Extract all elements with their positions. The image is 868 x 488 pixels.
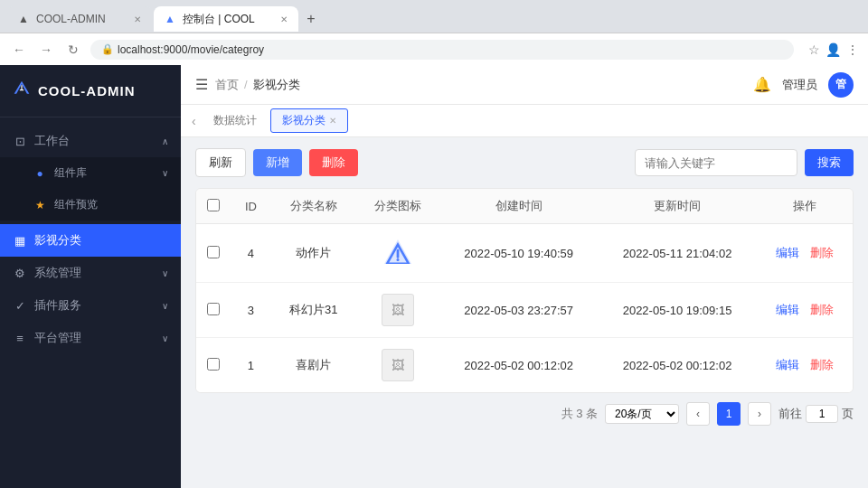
sidebar-item-plugins[interactable]: ✓ 插件服务 ∨ bbox=[0, 289, 181, 322]
forward-button[interactable]: → bbox=[36, 42, 56, 57]
svg-point-1 bbox=[396, 258, 399, 261]
notification-icon[interactable]: 🔔 bbox=[753, 76, 771, 93]
app: COOL-ADMIN ⊡ 工作台 ∧ ● 组件库 ∨ ★ bbox=[0, 65, 868, 488]
row-checkbox-2[interactable] bbox=[207, 358, 220, 371]
url-box[interactable]: 🔒 localhost:9000/movie/categroy bbox=[90, 40, 794, 60]
edit-button-1[interactable]: 编辑 bbox=[776, 303, 799, 316]
tab-cool-admin[interactable]: ▲ COOL-ADMIN ✕ bbox=[7, 6, 152, 32]
sidebar-item-preview[interactable]: ★ 组件预览 bbox=[0, 189, 181, 221]
sidebar-logo: COOL-ADMIN bbox=[0, 65, 181, 117]
sidebar-item-component-lib[interactable]: ● 组件库 ∨ bbox=[0, 157, 181, 189]
logo-text: COOL-ADMIN bbox=[38, 83, 136, 99]
tab-close-2[interactable]: ✕ bbox=[280, 14, 288, 24]
preview-icon: ★ bbox=[33, 199, 47, 211]
row-created-0: 2022-05-10 19:40:59 bbox=[439, 224, 598, 283]
row-icon-2: 🖼 bbox=[356, 338, 439, 393]
page-tab-back[interactable]: ‹ bbox=[192, 114, 196, 128]
sidebar-item-category[interactable]: ▦ 影视分类 bbox=[0, 224, 181, 257]
row-actions-1: 编辑 删除 bbox=[757, 283, 853, 338]
tab-bar: ▲ COOL-ADMIN ✕ ▲ 控制台 | COOL ✕ + bbox=[0, 0, 868, 33]
page-jump-prefix: 前往 bbox=[778, 406, 802, 422]
url-text: localhost:9000/movie/categroy bbox=[118, 43, 264, 56]
row-icon-1: 🖼 bbox=[356, 283, 439, 338]
hamburger-icon[interactable]: ☰ bbox=[195, 76, 208, 93]
add-button[interactable]: 新增 bbox=[253, 149, 302, 176]
system-arrow: ∨ bbox=[162, 268, 168, 278]
sidebar-item-workspace[interactable]: ⊡ 工作台 ∧ bbox=[0, 125, 181, 157]
row-actions-0: 编辑 删除 bbox=[757, 224, 853, 283]
row-actions-2: 编辑 删除 bbox=[757, 338, 853, 393]
extension-icon[interactable]: ⋮ bbox=[846, 42, 859, 57]
row-updated-0: 2022-05-11 21:04:02 bbox=[598, 224, 756, 283]
sidebar-item-platform[interactable]: ≡ 平台管理 ∨ bbox=[0, 322, 181, 354]
avatar[interactable]: 管 bbox=[828, 72, 854, 98]
page-jump-input[interactable] bbox=[806, 405, 838, 423]
breadcrumb: 首页 / 影视分类 bbox=[215, 77, 746, 93]
toolbar: 刷新 新增 删除 搜索 bbox=[195, 148, 854, 177]
delete-button[interactable]: 删除 bbox=[309, 149, 358, 176]
category-logo-icon bbox=[380, 235, 416, 271]
search-button[interactable]: 搜索 bbox=[805, 149, 854, 176]
sidebar-item-workspace-label: 工作台 bbox=[34, 133, 70, 149]
platform-arrow: ∨ bbox=[162, 333, 168, 343]
sidebar-item-system[interactable]: ⚙ 系统管理 ∨ bbox=[0, 257, 181, 289]
edit-button-2[interactable]: 编辑 bbox=[776, 358, 799, 371]
row-checkbox-1[interactable] bbox=[207, 303, 220, 315]
tab-category-close[interactable]: ✕ bbox=[329, 116, 336, 126]
table-row: 3 科幻片31 🖼 2022-05-03 23:27:57 2022-05-10… bbox=[196, 283, 853, 338]
plugins-arrow: ∨ bbox=[162, 301, 168, 311]
row-checkbox-cell bbox=[196, 338, 231, 393]
delete-row-button-1[interactable]: 删除 bbox=[810, 303, 834, 316]
tab-category[interactable]: 影视分类 ✕ bbox=[270, 108, 348, 133]
browser-chrome: ▲ COOL-ADMIN ✕ ▲ 控制台 | COOL ✕ + ← → ↻ 🔒 … bbox=[0, 0, 868, 65]
sidebar: COOL-ADMIN ⊡ 工作台 ∧ ● 组件库 ∨ ★ bbox=[0, 65, 181, 488]
component-lib-icon: ● bbox=[33, 167, 47, 180]
lock-icon: 🔒 bbox=[101, 43, 114, 55]
tab-label-1: COOL-ADMIN bbox=[36, 13, 106, 25]
search-input[interactable] bbox=[635, 149, 797, 176]
edit-button-0[interactable]: 编辑 bbox=[776, 246, 799, 259]
prev-page-button[interactable]: ‹ bbox=[686, 402, 710, 426]
page-jump: 前往 页 bbox=[778, 405, 854, 423]
tab-stats-label: 数据统计 bbox=[213, 113, 257, 128]
page-size-select[interactable]: 20条/页 50条/页 100条/页 bbox=[605, 404, 679, 424]
sidebar-item-preview-label: 组件预览 bbox=[54, 197, 98, 212]
tab-close-1[interactable]: ✕ bbox=[134, 14, 141, 24]
delete-row-button-0[interactable]: 删除 bbox=[810, 246, 834, 259]
main-content: ☰ 首页 / 影视分类 🔔 管理员 管 ‹ 数据统计 影视分类 ✕ bbox=[181, 65, 868, 488]
component-lib-arrow: ∨ bbox=[162, 168, 168, 178]
tab-control[interactable]: ▲ 控制台 | COOL ✕ bbox=[154, 6, 298, 32]
image-placeholder: 🖼 bbox=[382, 349, 414, 381]
th-action: 操作 bbox=[757, 189, 853, 224]
tab-stats[interactable]: 数据统计 bbox=[202, 108, 269, 133]
browser-actions: ☆ 👤 ⋮ bbox=[808, 42, 859, 57]
reload-button[interactable]: ↻ bbox=[63, 42, 83, 57]
row-checkbox-0[interactable] bbox=[207, 246, 220, 258]
sub-menu-workspace: ● 组件库 ∨ ★ 组件预览 bbox=[0, 157, 181, 221]
logo-icon bbox=[13, 80, 31, 102]
bookmark-icon[interactable]: ☆ bbox=[808, 42, 820, 57]
select-all-checkbox[interactable] bbox=[207, 199, 220, 211]
system-icon: ⚙ bbox=[13, 267, 27, 280]
page-tabs: ‹ 数据统计 影视分类 ✕ bbox=[181, 105, 868, 137]
next-page-button[interactable]: › bbox=[748, 402, 771, 426]
refresh-button[interactable]: 刷新 bbox=[195, 148, 246, 177]
new-tab-button[interactable]: + bbox=[300, 8, 322, 30]
th-updated: 更新时间 bbox=[598, 189, 756, 224]
tab-label-2: 控制台 | COOL bbox=[183, 12, 255, 27]
image-placeholder: 🖼 bbox=[382, 294, 414, 326]
profile-icon[interactable]: 👤 bbox=[826, 42, 841, 57]
plugins-icon: ✓ bbox=[13, 299, 27, 313]
breadcrumb-sep: / bbox=[244, 78, 248, 91]
delete-row-button-2[interactable]: 删除 bbox=[810, 358, 834, 371]
back-button[interactable]: ← bbox=[9, 42, 29, 57]
sidebar-menu: ⊡ 工作台 ∧ ● 组件库 ∨ ★ 组件预览 bbox=[0, 117, 181, 488]
sidebar-item-platform-label: 平台管理 bbox=[34, 330, 81, 346]
data-table: ID 分类名称 分类图标 创建时间 更新时间 操作 4 动作片 bbox=[195, 188, 854, 393]
breadcrumb-home[interactable]: 首页 bbox=[215, 77, 239, 93]
page-jump-suffix: 页 bbox=[842, 406, 854, 422]
page-1-button[interactable]: 1 bbox=[717, 402, 741, 426]
row-checkbox-cell bbox=[196, 283, 231, 338]
workspace-icon: ⊡ bbox=[13, 135, 27, 148]
tab-favicon-2: ▲ bbox=[165, 13, 177, 25]
